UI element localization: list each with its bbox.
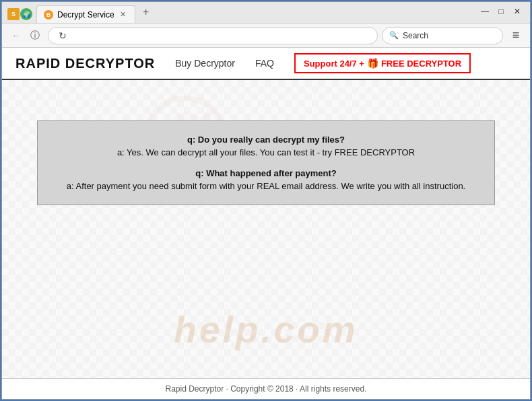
window-controls: — □ ✕ (477, 4, 525, 19)
reload-button[interactable]: ↻ (55, 28, 70, 43)
website-content: RAPID DECRYPTOR Buy Decryptor FAQ Suppor… (2, 48, 530, 399)
support-button[interactable]: Support 24/7 + 🎁 FREE DECRYPTOR (294, 53, 471, 73)
tab-title: Decrypt Service (57, 10, 114, 20)
tab-area: S 🌍 B Decrypt Service ✕ + (7, 2, 475, 23)
faq-link[interactable]: FAQ (255, 58, 274, 69)
maximize-button[interactable]: □ (494, 4, 508, 19)
faq-answer-1: a: Yes. We can decrypt all your files. Y… (58, 147, 474, 157)
address-bar[interactable]: ↻ (48, 27, 378, 44)
support-label: Support 24/7 + (304, 59, 364, 69)
browser-extension-icons: S 🌍 (7, 8, 32, 20)
close-button[interactable]: ✕ (510, 4, 525, 19)
nav-bar: ← ⓘ ↻ 🔍 Search ≡ (2, 24, 530, 48)
site-nav: Buy Decryptor FAQ Support 24/7 + 🎁 FREE … (175, 53, 517, 73)
menu-button[interactable]: ≡ (507, 27, 525, 44)
new-tab-button[interactable]: + (138, 4, 154, 20)
tab-close-button[interactable]: ✕ (119, 10, 128, 20)
faq-answer-2: a: After payment you need submit form wi… (58, 181, 474, 191)
browser-window: S 🌍 B Decrypt Service ✕ + — □ ✕ ← ⓘ ↻ 🔍 … (1, 1, 531, 400)
minimize-button[interactable]: — (477, 4, 492, 19)
nav-buttons: ← ⓘ (7, 27, 44, 44)
faq-question-2: q: What happened after payment? (58, 168, 474, 178)
footer-text: Rapid Decryptor · Copyright © 2018 · All… (166, 384, 367, 394)
faq-box: q: Do you really can decrypt my files? a… (37, 120, 495, 205)
search-icon: 🔍 (389, 31, 399, 40)
free-decryptor-label: FREE DECRYPTOR (381, 59, 461, 69)
watermark-bottom-text: help.com (174, 308, 358, 351)
search-placeholder: Search (403, 31, 428, 40)
extension-icon-2[interactable]: 🌍 (20, 8, 32, 20)
search-bar[interactable]: 🔍 Search (382, 27, 503, 44)
faq-question-1: q: Do you really can decrypt my files? (58, 135, 474, 145)
site-footer: Rapid Decryptor · Copyright © 2018 · All… (2, 378, 530, 399)
tab-favicon: B (44, 10, 53, 20)
gift-icon: 🎁 (367, 58, 378, 69)
extension-icon-1[interactable]: S (7, 8, 20, 20)
title-bar: S 🌍 B Decrypt Service ✕ + — □ ✕ (2, 2, 530, 24)
site-main: RAPID help.com q: Do you really can decr… (2, 80, 530, 378)
site-header: RAPID DECRYPTOR Buy Decryptor FAQ Suppor… (2, 48, 530, 80)
site-logo: RAPID DECRYPTOR (15, 56, 155, 71)
buy-decryptor-link[interactable]: Buy Decryptor (175, 58, 235, 69)
browser-tab[interactable]: B Decrypt Service ✕ (36, 5, 135, 23)
info-button[interactable]: ⓘ (26, 27, 44, 44)
back-button[interactable]: ← (7, 27, 25, 44)
